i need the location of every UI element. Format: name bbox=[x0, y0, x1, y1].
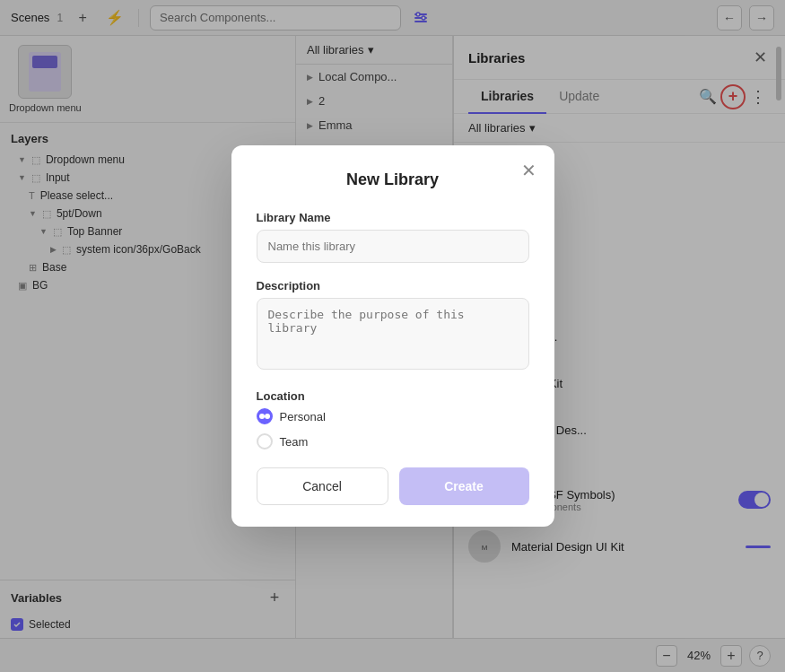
library-name-input[interactable] bbox=[257, 230, 529, 263]
modal-overlay: New Library ✕ Library Name Description L… bbox=[0, 0, 785, 672]
description-group: Description bbox=[257, 279, 529, 373]
modal-title: New Library bbox=[257, 170, 529, 189]
library-name-label: Library Name bbox=[257, 211, 529, 224]
modal-close-button[interactable]: ✕ bbox=[517, 158, 542, 183]
new-library-modal: New Library ✕ Library Name Description L… bbox=[231, 145, 554, 527]
radio-personal-circle bbox=[257, 408, 273, 424]
cancel-button[interactable]: Cancel bbox=[257, 467, 388, 505]
radio-team-circle bbox=[257, 433, 273, 449]
location-radio-group: Personal Team bbox=[257, 408, 529, 449]
modal-actions: Cancel Create bbox=[257, 467, 529, 505]
library-name-group: Library Name bbox=[257, 211, 529, 263]
location-section: Location Personal Team bbox=[257, 389, 529, 449]
radio-team[interactable]: Team bbox=[257, 433, 529, 449]
location-label: Location bbox=[257, 389, 529, 403]
radio-personal-label: Personal bbox=[280, 410, 326, 423]
create-button[interactable]: Create bbox=[399, 467, 529, 505]
radio-team-label: Team bbox=[280, 435, 309, 449]
description-textarea[interactable] bbox=[257, 298, 529, 370]
description-label: Description bbox=[257, 279, 529, 292]
radio-personal[interactable]: Personal bbox=[257, 408, 529, 424]
